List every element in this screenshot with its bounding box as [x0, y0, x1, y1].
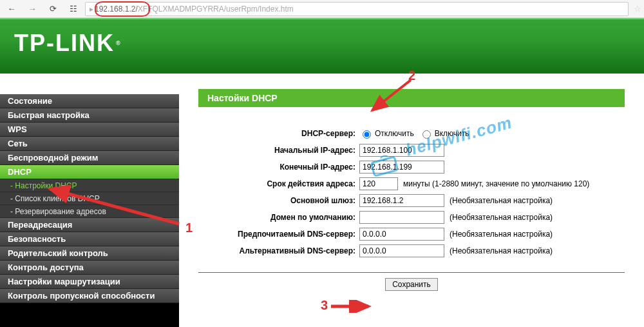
tp-link-logo: TP-LINK®	[14, 30, 122, 57]
sidebar-item-parental[interactable]: Родительский контроль	[0, 246, 179, 261]
url-path: XFFQLXMADMPGYRRA/userRpm/Index.htm	[138, 5, 294, 14]
sidebar: Состояние Быстрая настройка WPS Сеть Бес…	[0, 74, 179, 327]
sidebar-item-security[interactable]: Безопасность	[0, 232, 179, 246]
browser-chrome: ← → ⟳ ☷ ▸ 192.168.1.2/ XFFQLXMADMPGYRRA/…	[0, 0, 644, 18]
hint-dns1: (Необязательная настройка)	[450, 230, 553, 239]
input-end-ip[interactable]	[359, 161, 444, 173]
url-ip: 192.168.1.2/	[95, 5, 138, 14]
label-domain: Домен по умолчанию:	[198, 213, 359, 222]
hint-domain: (Необязательная настройка)	[450, 213, 553, 222]
hint-lease: минуты (1-2880 минут, значение по умолча…	[403, 179, 589, 188]
arrow-3	[330, 300, 375, 313]
sidebar-sub-dhcp-clients[interactable]: - Список клиентов DHCP	[0, 192, 179, 205]
radio-enable-input[interactable]	[422, 130, 431, 139]
sidebar-item-status[interactable]: Состояние	[0, 94, 179, 108]
label-gateway: Основной шлюз:	[198, 196, 359, 205]
sidebar-item-bandwidth[interactable]: Контроль пропускной способности	[0, 289, 179, 303]
address-bar[interactable]: ▸ 192.168.1.2/ XFFQLXMADMPGYRRA/userRpm/…	[85, 2, 629, 16]
radio-disable[interactable]: Отключить	[359, 128, 414, 139]
forward-button: →	[23, 2, 41, 16]
sidebar-item-access[interactable]: Контроль доступа	[0, 261, 179, 275]
divider	[198, 272, 625, 273]
bookmark-star-icon[interactable]: ☆	[634, 4, 641, 14]
back-button[interactable]: ←	[3, 2, 21, 16]
input-lease[interactable]	[359, 177, 398, 190]
reload-button[interactable]: ⟳	[44, 2, 62, 16]
input-domain[interactable]	[359, 211, 444, 224]
page-header: TP-LINK®	[0, 18, 644, 74]
sidebar-item-quicksetup[interactable]: Быстрая настройка	[0, 108, 179, 123]
sidebar-sub-dhcp-reservation[interactable]: - Резервирование адресов	[0, 205, 179, 218]
sidebar-item-network[interactable]: Сеть	[0, 137, 179, 151]
sidebar-item-wireless[interactable]: Беспроводной режим	[0, 151, 179, 165]
sidebar-item-routing[interactable]: Настройки маршрутизации	[0, 275, 179, 289]
input-gateway[interactable]	[359, 194, 444, 207]
input-dns2[interactable]	[359, 244, 444, 257]
label-end-ip: Конечный IP-адрес:	[198, 163, 359, 172]
label-start-ip: Начальный IP-адрес:	[198, 146, 359, 155]
sidebar-item-wps[interactable]: WPS	[0, 123, 179, 137]
main-layout: Состояние Быстрая настройка WPS Сеть Бес…	[0, 74, 644, 327]
label-dns1: Предпочитаемый DNS-сервер:	[198, 230, 359, 239]
sidebar-sub-dhcp-settings[interactable]: - Настройки DHCP	[0, 179, 179, 192]
radio-disable-input[interactable]	[363, 130, 371, 139]
apps-button[interactable]: ☷	[64, 2, 82, 16]
sidebar-item-forwarding[interactable]: Переадресация	[0, 218, 179, 232]
sidebar-item-dhcp[interactable]: DHCP	[0, 165, 179, 179]
page-icon: ▸	[90, 5, 93, 14]
hint-dns2: (Необязательная настройка)	[450, 246, 553, 255]
content-area: Настойки DHCP DHCP-сервер: Отключить Вкл…	[179, 74, 644, 327]
input-start-ip[interactable]	[359, 144, 444, 157]
radio-enable[interactable]: Включить	[419, 128, 469, 139]
annotation-3: 3	[321, 298, 328, 313]
label-lease: Срок действия адреса:	[198, 179, 359, 188]
hint-gateway: (Необязательная настройка)	[450, 196, 553, 205]
panel-title: Настойки DHCP	[198, 89, 625, 107]
save-button[interactable]: Сохранить	[385, 278, 438, 291]
label-dhcp-server: DHCP-сервер:	[198, 129, 359, 138]
input-dns1[interactable]	[359, 228, 444, 241]
label-dns2: Альтернативный DNS-сервер:	[198, 246, 359, 255]
